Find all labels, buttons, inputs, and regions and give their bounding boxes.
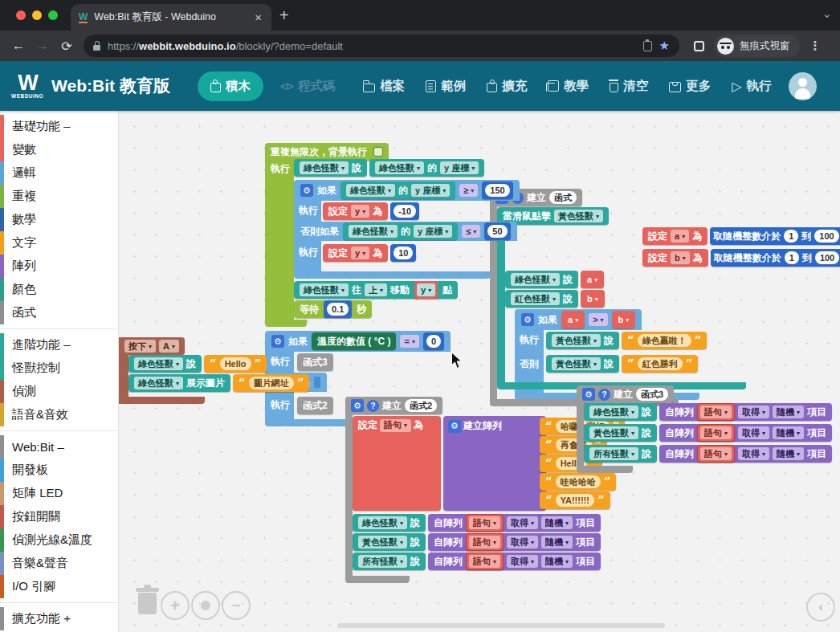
number-field[interactable]: 1 xyxy=(784,230,798,243)
block-wait[interactable]: 等待0.1秒 xyxy=(294,300,372,318)
block-set-phrase[interactable]: 設定語句為 xyxy=(353,416,441,511)
monster-dropdown[interactable]: 黃色怪獸 xyxy=(589,426,638,439)
string-block[interactable]: 紅色勝利 xyxy=(622,355,698,373)
back-button[interactable]: ← xyxy=(6,39,31,53)
block-green-say-random-item[interactable]: 綠色怪獸說 自陣列語句取得隨機項目 xyxy=(353,514,601,532)
empty-socket[interactable] xyxy=(314,377,320,388)
variable-value-block[interactable]: 語句 xyxy=(697,403,735,421)
variable-dropdown[interactable]: y xyxy=(351,247,369,259)
zoom-in-button[interactable] xyxy=(161,591,190,620)
url-text[interactable]: https://webbit.webduino.io/blockly/?demo… xyxy=(108,40,636,52)
category-light-temp[interactable]: 偵測光線&溫度 xyxy=(0,528,118,552)
key-pressed-header[interactable]: 按下A xyxy=(119,337,185,355)
forward-button[interactable]: → xyxy=(31,39,55,53)
array-string-item[interactable]: 哇哈哈哈 xyxy=(540,473,616,491)
number-field[interactable]: 50 xyxy=(487,225,507,238)
user-avatar[interactable] xyxy=(789,72,817,100)
variable-dropdown[interactable]: y xyxy=(417,283,435,296)
random-dropdown[interactable]: 隨機 xyxy=(773,447,804,460)
category-logic[interactable]: 邏輯 xyxy=(0,161,118,185)
address-bar[interactable]: https://webbit.webduino.io/blockly/?demo… xyxy=(84,35,679,57)
nav-example-button[interactable]: 範例 xyxy=(426,78,466,95)
number-field[interactable]: 0.1 xyxy=(327,303,349,316)
variable-dropdown[interactable]: a xyxy=(564,313,582,326)
variable-dropdown[interactable]: b xyxy=(583,292,602,305)
blockly-workspace[interactable]: 建立函式 當滑鼠點擊黃色怪獸 設定a為 取隨機整數介於1到100 設定b為 取隨… xyxy=(119,111,840,632)
close-tab-icon[interactable]: × xyxy=(253,10,263,24)
repeat-header[interactable]: 重複無限次，背景執行 xyxy=(265,143,389,161)
category-variables[interactable]: 變數 xyxy=(0,138,118,161)
random-dropdown[interactable]: 隨機 xyxy=(541,555,573,568)
property-dropdown[interactable]: y 座標 xyxy=(414,225,452,238)
zoom-reset-button[interactable] xyxy=(191,591,220,620)
block-green-say-ycoord[interactable]: 綠色怪獸說 綠色怪獸的y 座標 xyxy=(294,159,484,177)
minimize-window-button[interactable] xyxy=(32,10,42,20)
horizontal-scrollbar[interactable] xyxy=(337,623,665,628)
random-dropdown[interactable]: 隨機 xyxy=(773,426,804,439)
variable-value-block[interactable]: 語句 xyxy=(697,424,735,442)
block-create-array[interactable]: 建立陣列 xyxy=(443,416,546,511)
monster-dropdown[interactable]: 紅色怪獸 xyxy=(511,292,560,305)
category-webbit[interactable]: Web:Bit – xyxy=(0,435,118,459)
help-icon[interactable] xyxy=(367,400,379,412)
nav-teach-button[interactable]: 教學 xyxy=(548,78,589,95)
get-dropdown[interactable]: 取得 xyxy=(738,426,769,439)
nav-file-button[interactable]: 檔案 xyxy=(363,78,405,95)
variable-dropdown[interactable]: 語句 xyxy=(700,426,732,439)
text-field[interactable]: 哇哈哈哈 xyxy=(556,475,601,488)
random-dropdown[interactable]: 隨機 xyxy=(541,516,573,529)
category-color[interactable]: 顏色 xyxy=(0,278,118,301)
array-string-item[interactable]: YA!!!!!! xyxy=(540,491,610,509)
monster-dropdown[interactable]: 綠色怪獸 xyxy=(300,161,349,174)
compare-dropdown[interactable]: ≥ xyxy=(459,184,478,197)
nav-clear-button[interactable]: 清空 xyxy=(610,78,648,95)
string-block[interactable]: 綠色贏啦！ xyxy=(622,332,707,349)
maximize-window-button[interactable] xyxy=(48,10,58,20)
function-name-field[interactable]: 函式3 xyxy=(636,388,668,401)
monster-dropdown[interactable]: 黃色怪獸 xyxy=(552,357,601,370)
direction-dropdown[interactable]: 上 xyxy=(365,283,387,296)
monster-dropdown[interactable]: 綠色怪獸 xyxy=(134,357,183,370)
category-matrix-led[interactable]: 矩陣 LED xyxy=(0,482,118,505)
number-value-block[interactable]: 0.1 xyxy=(324,300,352,318)
block-yellow-say-green-wins[interactable]: 黃色怪獸說 綠色贏啦！ xyxy=(546,332,707,349)
gear-icon[interactable] xyxy=(351,399,364,412)
text-field[interactable]: YA!!!!!! xyxy=(556,494,594,507)
category-basic[interactable]: 基礎功能 – xyxy=(0,115,118,138)
category-math[interactable]: 數學 xyxy=(0,208,118,231)
variable-dropdown[interactable]: 語句 xyxy=(700,447,732,460)
category-arrays[interactable]: 陣列 xyxy=(0,255,118,278)
property-dropdown[interactable]: y 座標 xyxy=(440,161,479,174)
close-window-button[interactable] xyxy=(16,10,26,20)
get-dropdown[interactable]: 取得 xyxy=(738,406,769,418)
category-monster-control[interactable]: 怪獸控制 xyxy=(0,357,118,380)
function-def-header[interactable]: 建立函式3 xyxy=(577,385,674,403)
function-def-header[interactable]: 建立函式2 xyxy=(345,397,442,414)
get-dropdown[interactable]: 取得 xyxy=(738,447,769,460)
random-dropdown[interactable]: 隨機 xyxy=(541,536,573,548)
category-functions[interactable]: 函式 xyxy=(0,301,118,324)
tab-overview-icon[interactable] xyxy=(694,41,704,51)
category-detect[interactable]: 偵測 xyxy=(0,380,118,403)
nav-more-button[interactable]: 更多 xyxy=(669,78,711,95)
function-name-field[interactable]: 函式2 xyxy=(405,399,437,412)
block-yellow-say-red-wins[interactable]: 黃色怪獸說 紅色勝利 xyxy=(546,355,698,373)
variable-value-block[interactable]: 語句 xyxy=(466,533,504,551)
category-advanced[interactable]: 進階功能 – xyxy=(0,333,118,357)
gear-icon[interactable] xyxy=(521,313,534,326)
block-temperature-value[interactable]: 溫度的數值 ( °C ) xyxy=(312,332,396,350)
category-speech-audio[interactable]: 語音&音效 xyxy=(0,403,118,426)
get-dropdown[interactable]: 取得 xyxy=(507,536,538,548)
variable-value-block[interactable]: 語句 xyxy=(466,514,504,532)
random-dropdown[interactable]: 隨機 xyxy=(773,406,804,418)
monster-dropdown[interactable]: 綠色怪獸 xyxy=(134,377,183,389)
workspace-trash-icon[interactable] xyxy=(138,593,157,614)
text-field[interactable]: 紅色勝利 xyxy=(638,357,683,370)
variable-dropdown[interactable]: a xyxy=(583,273,601,286)
monster-dropdown[interactable]: 綠色怪獸 xyxy=(589,406,638,418)
category-extensions[interactable]: 擴充功能 + xyxy=(0,607,118,630)
text-field[interactable]: Hello xyxy=(220,357,251,370)
bookmark-star-icon[interactable]: ★ xyxy=(659,39,670,53)
variable-value-block[interactable]: 語句 xyxy=(697,445,735,463)
block-green-say-random-item[interactable]: 綠色怪獸說 自陣列語句取得隨機項目 xyxy=(584,403,832,421)
